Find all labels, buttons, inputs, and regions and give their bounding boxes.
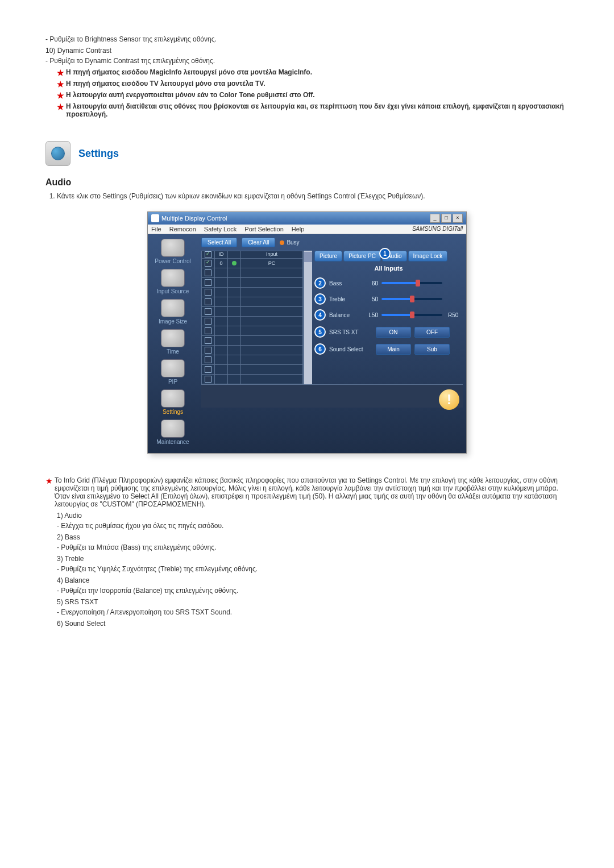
sidebar-item-time[interactable]: Time <box>148 329 198 355</box>
power-icon <box>161 239 185 257</box>
audio-steps: Κάντε κλικ στο Settings (Ρυθμίσεις) των … <box>57 192 569 200</box>
tab-picture[interactable]: Picture <box>314 251 342 261</box>
srs-off-button[interactable]: OFF <box>414 327 450 338</box>
grid-row-empty <box>201 317 304 326</box>
grid-row-empty <box>201 355 304 365</box>
row-checkbox[interactable] <box>205 289 211 296</box>
sidebar-item-image-size[interactable]: Image Size <box>148 299 198 325</box>
star-icon: ★ <box>57 91 64 100</box>
info-grid-note-text: Το Info Grid (Πλέγμα Πληροφοριών) εμφανί… <box>55 476 558 508</box>
row-checkbox[interactable] <box>205 376 211 383</box>
row-checkbox[interactable] <box>205 269 211 276</box>
sidebar-item-input-source[interactable]: Input Source <box>148 269 198 294</box>
balance-row: 4 Balance L50 R50 <box>314 309 463 321</box>
info-grid-note: ★ Το Info Grid (Πλέγμα Πληροφοριών) εμφα… <box>45 476 569 508</box>
grid-row-empty <box>201 278 304 288</box>
busy-dot-icon <box>280 240 284 245</box>
bass-slider[interactable] <box>381 282 442 284</box>
treble-slider[interactable] <box>381 298 442 300</box>
row-checkbox[interactable] <box>205 347 211 354</box>
menu-file[interactable]: File <box>151 226 161 232</box>
row-input: PC <box>241 259 303 268</box>
grid-row[interactable]: 0 PC <box>201 259 304 268</box>
star-note: ★Η λειτουργία αυτή διατίθεται στις οθόνε… <box>57 102 569 118</box>
balance-slider[interactable] <box>381 314 442 316</box>
marker-2: 2 <box>314 277 326 289</box>
row-checkbox[interactable] <box>205 279 211 286</box>
grid-row-empty <box>201 268 304 278</box>
header-input: Input <box>241 251 303 258</box>
item-treble-num: 3) Treble <box>57 555 569 563</box>
star-note: ★Η λειτουργία αυτή ενεργοποιείται μόνον … <box>57 91 569 99</box>
panel-title: All Inputs <box>314 265 463 272</box>
star-icon: ★ <box>57 102 64 111</box>
row-checkbox[interactable] <box>205 298 211 305</box>
srs-label: SRS TS XT <box>329 329 372 335</box>
sidebar-item-label: Image Size <box>148 318 198 325</box>
brightness-sensor-note: - Ρυθμίζει το Brightness Sensor της επιλ… <box>45 35 569 43</box>
clear-all-button[interactable]: Clear All <box>242 238 275 247</box>
treble-row: 3 Treble 50 <box>314 293 463 305</box>
maintenance-icon <box>161 420 185 438</box>
marker-5: 5 <box>314 326 326 338</box>
row-checkbox[interactable] <box>205 308 211 315</box>
row-checkbox[interactable] <box>205 356 211 363</box>
treble-value: 50 <box>363 296 378 302</box>
menu-remocon[interactable]: Remocon <box>169 226 196 232</box>
menu-port-selection[interactable]: Port Selection <box>244 226 283 232</box>
balance-label: Balance <box>329 312 360 318</box>
tab-picture-pc[interactable]: Picture PC <box>343 251 381 261</box>
row-checkbox[interactable] <box>205 260 211 267</box>
tab-image-lock[interactable]: Image Lock <box>408 251 448 261</box>
row-checkbox[interactable] <box>205 366 211 373</box>
grid-row-empty <box>201 336 304 346</box>
item-balance-num: 4) Balance <box>57 576 569 584</box>
settings-title: Settings <box>78 148 119 160</box>
time-icon <box>161 329 185 347</box>
titlebar: Multiple Display Control _ □ × <box>148 212 466 225</box>
busy-label: Busy <box>287 239 299 246</box>
row-checkbox[interactable] <box>205 318 211 325</box>
input-source-icon <box>161 269 185 287</box>
minimize-button[interactable]: _ <box>430 214 440 223</box>
image-size-icon <box>161 299 185 317</box>
menu-safety-lock[interactable]: Safety Lock <box>204 226 237 232</box>
sidebar-item-pip[interactable]: PIP <box>148 359 198 385</box>
grid-scrollbar[interactable] <box>304 251 312 384</box>
dynamic-contrast-sub: - Ρυθμίζει το Dynamic Contrast της επιλε… <box>45 57 569 65</box>
settings-tabs: Picture Picture PC 1Audio Image Lock <box>314 251 463 261</box>
sidebar-item-power-control[interactable]: Power Control <box>148 239 198 264</box>
close-button[interactable]: × <box>453 214 463 223</box>
main-panel: Select All Clear All Busy ID Input <box>198 234 466 453</box>
header-checkbox[interactable] <box>205 251 211 258</box>
select-all-button[interactable]: Select All <box>201 238 237 247</box>
tab-audio[interactable]: 1Audio <box>382 251 407 261</box>
header-id: ID <box>215 251 228 258</box>
item-srs-sub: - Ενεργοποίηση / Απενεργοποίηση του SRS … <box>57 608 569 616</box>
star-note: ★Η πηγή σήματος εισόδου TV λειτουργεί μό… <box>57 80 569 88</box>
srs-on-button[interactable]: ON <box>376 327 411 338</box>
marker-3: 3 <box>314 293 326 305</box>
sidebar-item-label: Settings <box>148 409 198 415</box>
row-checkbox[interactable] <box>205 327 211 334</box>
sound-sub-button[interactable]: Sub <box>414 344 450 355</box>
settings-icon <box>161 389 185 408</box>
sidebar-item-settings[interactable]: Settings <box>148 389 198 415</box>
sound-main-button[interactable]: Main <box>376 344 411 355</box>
sidebar-item-label: Power Control <box>148 258 198 264</box>
grid-row-empty <box>201 346 304 355</box>
bass-value: 60 <box>363 280 378 286</box>
sidebar-item-maintenance[interactable]: Maintenance <box>148 420 198 445</box>
grid-row-empty <box>201 307 304 317</box>
balance-right-label: R50 <box>448 312 463 318</box>
pip-icon <box>161 359 185 377</box>
maximize-button[interactable]: □ <box>441 214 451 223</box>
row-checkbox[interactable] <box>205 337 211 344</box>
marker-1: 1 <box>379 248 391 259</box>
star-note-text: Η πηγή σήματος εισόδου TV λειτουργεί μόν… <box>66 80 265 88</box>
bass-row: 2 Bass 60 <box>314 277 463 289</box>
menu-help[interactable]: Help <box>292 226 305 232</box>
treble-label: Treble <box>329 296 360 302</box>
window-controls: _ □ × <box>430 214 463 223</box>
sound-select-label: Sound Select <box>329 346 372 352</box>
